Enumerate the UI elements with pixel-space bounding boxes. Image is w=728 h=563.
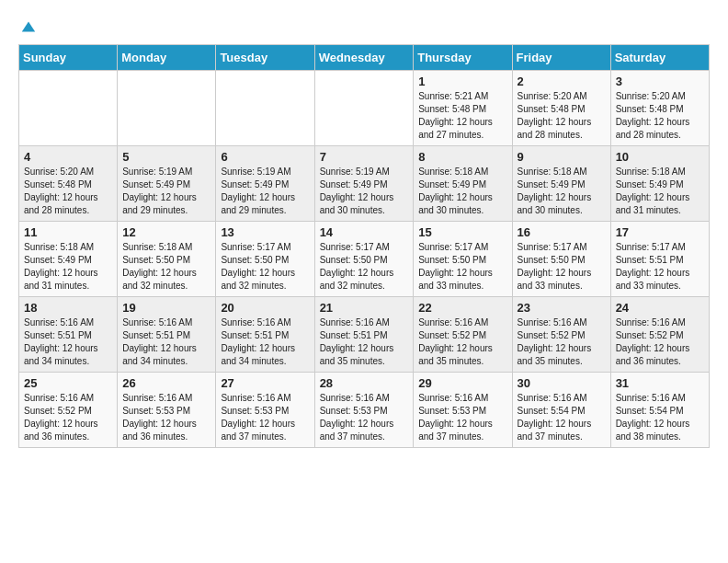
calendar-cell: 29Sunrise: 5:16 AM Sunset: 5:53 PM Dayli…: [414, 373, 512, 448]
day-info: Sunrise: 5:17 AM Sunset: 5:50 PM Dayligh…: [418, 241, 506, 293]
calendar-cell: 1Sunrise: 5:21 AM Sunset: 5:48 PM Daylig…: [414, 71, 512, 146]
day-info: Sunrise: 5:17 AM Sunset: 5:50 PM Dayligh…: [221, 241, 309, 293]
day-info: Sunrise: 5:17 AM Sunset: 5:51 PM Dayligh…: [616, 241, 704, 293]
day-info: Sunrise: 5:17 AM Sunset: 5:50 PM Dayligh…: [320, 241, 409, 293]
day-number: 8: [418, 150, 506, 164]
header-monday: Monday: [118, 45, 216, 71]
day-number: 22: [418, 301, 506, 315]
calendar-cell: 17Sunrise: 5:17 AM Sunset: 5:51 PM Dayli…: [610, 222, 709, 297]
day-number: 27: [221, 376, 309, 390]
calendar-cell: 18Sunrise: 5:16 AM Sunset: 5:51 PM Dayli…: [19, 297, 118, 373]
day-number: 23: [518, 301, 606, 315]
calendar-cell: 21Sunrise: 5:16 AM Sunset: 5:51 PM Dayli…: [314, 297, 414, 373]
calendar-cell: 6Sunrise: 5:19 AM Sunset: 5:49 PM Daylig…: [216, 146, 314, 222]
calendar-cell: 27Sunrise: 5:16 AM Sunset: 5:53 PM Dayli…: [216, 373, 314, 448]
header-saturday: Saturday: [610, 45, 709, 71]
calendar-cell: 28Sunrise: 5:16 AM Sunset: 5:53 PM Dayli…: [314, 373, 414, 448]
header-friday: Friday: [512, 45, 610, 71]
day-number: 10: [616, 150, 704, 164]
day-info: Sunrise: 5:18 AM Sunset: 5:49 PM Dayligh…: [518, 166, 606, 217]
calendar-cell: 3Sunrise: 5:20 AM Sunset: 5:48 PM Daylig…: [610, 71, 709, 146]
day-info: Sunrise: 5:16 AM Sunset: 5:54 PM Dayligh…: [518, 392, 606, 443]
day-info: Sunrise: 5:16 AM Sunset: 5:52 PM Dayligh…: [418, 316, 506, 368]
calendar-week-3: 11Sunrise: 5:18 AM Sunset: 5:49 PM Dayli…: [19, 222, 710, 297]
day-info: Sunrise: 5:18 AM Sunset: 5:49 PM Dayligh…: [24, 241, 112, 293]
day-number: 21: [320, 301, 409, 315]
calendar-week-1: 1Sunrise: 5:21 AM Sunset: 5:48 PM Daylig…: [19, 71, 710, 146]
day-info: Sunrise: 5:21 AM Sunset: 5:48 PM Dayligh…: [418, 90, 506, 142]
day-number: 26: [122, 376, 210, 390]
calendar-cell: 31Sunrise: 5:16 AM Sunset: 5:54 PM Dayli…: [610, 373, 709, 448]
day-number: 15: [418, 225, 506, 239]
day-info: Sunrise: 5:20 AM Sunset: 5:48 PM Dayligh…: [24, 166, 112, 217]
day-info: Sunrise: 5:16 AM Sunset: 5:52 PM Dayligh…: [24, 392, 112, 443]
day-number: 6: [221, 150, 309, 164]
day-info: Sunrise: 5:18 AM Sunset: 5:49 PM Dayligh…: [616, 166, 704, 217]
day-info: Sunrise: 5:17 AM Sunset: 5:50 PM Dayligh…: [518, 241, 606, 293]
day-number: 2: [518, 75, 606, 88]
calendar-cell: 23Sunrise: 5:16 AM Sunset: 5:52 PM Dayli…: [512, 297, 610, 373]
calendar-cell: 16Sunrise: 5:17 AM Sunset: 5:50 PM Dayli…: [512, 222, 610, 297]
calendar-cell: 12Sunrise: 5:18 AM Sunset: 5:50 PM Dayli…: [118, 222, 216, 297]
day-number: 17: [616, 225, 704, 239]
day-info: Sunrise: 5:16 AM Sunset: 5:51 PM Dayligh…: [320, 316, 409, 368]
day-info: Sunrise: 5:20 AM Sunset: 5:48 PM Dayligh…: [518, 90, 606, 142]
day-number: 18: [24, 301, 112, 315]
day-number: 5: [122, 150, 210, 164]
day-info: Sunrise: 5:16 AM Sunset: 5:52 PM Dayligh…: [616, 316, 704, 368]
day-number: 9: [518, 150, 606, 164]
day-number: 20: [221, 301, 309, 315]
calendar-cell: 8Sunrise: 5:18 AM Sunset: 5:49 PM Daylig…: [414, 146, 512, 222]
day-number: 24: [616, 301, 704, 315]
calendar-cell: 13Sunrise: 5:17 AM Sunset: 5:50 PM Dayli…: [216, 222, 314, 297]
calendar-cell: 20Sunrise: 5:16 AM Sunset: 5:51 PM Dayli…: [216, 297, 314, 373]
calendar-cell: 19Sunrise: 5:16 AM Sunset: 5:51 PM Dayli…: [118, 297, 216, 373]
day-info: Sunrise: 5:16 AM Sunset: 5:54 PM Dayligh…: [616, 392, 704, 443]
calendar-week-4: 18Sunrise: 5:16 AM Sunset: 5:51 PM Dayli…: [19, 297, 710, 373]
day-number: 1: [418, 75, 506, 88]
calendar-cell: 15Sunrise: 5:17 AM Sunset: 5:50 PM Dayli…: [414, 222, 512, 297]
day-number: 11: [24, 225, 112, 239]
day-number: 3: [616, 75, 704, 88]
logo-icon: [20, 18, 37, 35]
day-info: Sunrise: 5:19 AM Sunset: 5:49 PM Dayligh…: [320, 166, 409, 217]
day-info: Sunrise: 5:16 AM Sunset: 5:51 PM Dayligh…: [24, 316, 112, 368]
calendar-week-5: 25Sunrise: 5:16 AM Sunset: 5:52 PM Dayli…: [19, 373, 710, 448]
day-info: Sunrise: 5:20 AM Sunset: 5:48 PM Dayligh…: [616, 90, 704, 142]
day-number: 29: [418, 376, 506, 390]
calendar-cell: 10Sunrise: 5:18 AM Sunset: 5:49 PM Dayli…: [610, 146, 709, 222]
header-sunday: Sunday: [19, 45, 118, 71]
day-number: 28: [320, 376, 409, 390]
day-number: 4: [24, 150, 112, 164]
day-number: 12: [122, 225, 210, 239]
header-tuesday: Tuesday: [216, 45, 314, 71]
calendar-cell: [216, 71, 314, 146]
day-number: 25: [24, 376, 112, 390]
svg-marker-0: [22, 22, 35, 32]
calendar-cell: 24Sunrise: 5:16 AM Sunset: 5:52 PM Dayli…: [610, 297, 709, 373]
calendar-cell: 11Sunrise: 5:18 AM Sunset: 5:49 PM Dayli…: [19, 222, 118, 297]
calendar-cell: 26Sunrise: 5:16 AM Sunset: 5:53 PM Dayli…: [118, 373, 216, 448]
calendar-cell: 14Sunrise: 5:17 AM Sunset: 5:50 PM Dayli…: [314, 222, 414, 297]
calendar-header-row: SundayMondayTuesdayWednesdayThursdayFrid…: [19, 45, 710, 71]
day-number: 31: [616, 376, 704, 390]
page-header: [18, 18, 710, 35]
day-number: 19: [122, 301, 210, 315]
calendar-cell: 7Sunrise: 5:19 AM Sunset: 5:49 PM Daylig…: [314, 146, 414, 222]
calendar-cell: 4Sunrise: 5:20 AM Sunset: 5:48 PM Daylig…: [19, 146, 118, 222]
calendar-cell: 9Sunrise: 5:18 AM Sunset: 5:49 PM Daylig…: [512, 146, 610, 222]
day-info: Sunrise: 5:19 AM Sunset: 5:49 PM Dayligh…: [122, 166, 210, 217]
header-wednesday: Wednesday: [314, 45, 414, 71]
day-info: Sunrise: 5:16 AM Sunset: 5:53 PM Dayligh…: [221, 392, 309, 443]
calendar-cell: 30Sunrise: 5:16 AM Sunset: 5:54 PM Dayli…: [512, 373, 610, 448]
header-thursday: Thursday: [414, 45, 512, 71]
calendar-cell: 5Sunrise: 5:19 AM Sunset: 5:49 PM Daylig…: [118, 146, 216, 222]
calendar-cell: [19, 71, 118, 146]
day-number: 13: [221, 225, 309, 239]
day-info: Sunrise: 5:18 AM Sunset: 5:49 PM Dayligh…: [418, 166, 506, 217]
calendar-week-2: 4Sunrise: 5:20 AM Sunset: 5:48 PM Daylig…: [19, 146, 710, 222]
day-info: Sunrise: 5:16 AM Sunset: 5:51 PM Dayligh…: [122, 316, 210, 368]
calendar-table: SundayMondayTuesdayWednesdayThursdayFrid…: [18, 44, 710, 448]
day-number: 30: [518, 376, 606, 390]
day-number: 7: [320, 150, 409, 164]
